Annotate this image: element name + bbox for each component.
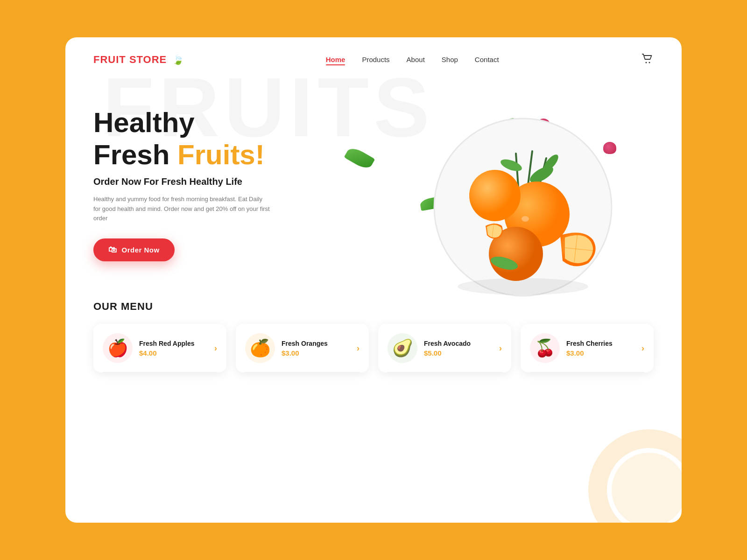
menu-card-img-apples: 🍎	[103, 333, 133, 363]
logo-leaf-icon: 🍃	[172, 54, 184, 65]
deco-circle	[588, 429, 682, 523]
menu-card-name-oranges: Fresh Oranges	[282, 340, 350, 347]
nav-link-contact[interactable]: Contact	[475, 56, 499, 63]
menu-card-name-avocado: Fresh Avocado	[424, 340, 493, 347]
hero-title-line2-black: Fresh	[93, 139, 177, 170]
hero-right	[317, 77, 654, 291]
navbar: FRUIT STORE 🍃 Home Products About Shop C…	[65, 37, 682, 67]
nav-item-contact[interactable]: Contact	[475, 56, 499, 64]
logo-text: FRUIT STORE	[93, 54, 167, 66]
svg-point-1	[649, 62, 650, 63]
svg-point-13	[469, 170, 521, 221]
bag-icon: 🛍	[108, 245, 117, 255]
nav-link-about[interactable]: About	[407, 56, 425, 63]
nav-item-about[interactable]: About	[407, 56, 425, 64]
nav-item-shop[interactable]: Shop	[442, 56, 458, 64]
svg-point-0	[646, 62, 647, 63]
plate-container	[425, 105, 630, 310]
menu-card-price-cherries: $3.00	[566, 349, 635, 357]
hero-description: Healthy and yummy food for fresh morning…	[93, 195, 271, 224]
nav-link-products[interactable]: Products	[362, 56, 389, 63]
logo-store: STORE	[126, 54, 167, 65]
leaf-decoration-1	[344, 145, 375, 171]
main-card: FRUITS FRUIT STORE 🍃 Home Products About…	[65, 37, 682, 523]
menu-card-info-cherries: Fresh Cherries $3.00	[566, 340, 635, 357]
arrow-icon-avocado[interactable]: ›	[499, 343, 502, 353]
logo-fruit: FRUIT	[93, 54, 126, 65]
nav-link-home[interactable]: Home	[326, 56, 345, 63]
arrow-icon-cherries[interactable]: ›	[641, 343, 644, 353]
arrow-icon-oranges[interactable]: ›	[357, 343, 359, 353]
logo[interactable]: FRUIT STORE 🍃	[93, 54, 184, 66]
nav-link-shop[interactable]: Shop	[442, 56, 458, 63]
menu-grid: 🍎 Fresh Red Apples $4.00 › 🍊 Fresh Orang…	[93, 324, 654, 372]
menu-card-info-avocado: Fresh Avocado $5.00	[424, 340, 493, 357]
svg-point-12	[521, 216, 529, 222]
menu-card-price-avocado: $5.00	[424, 349, 493, 357]
hero-title-orange: Fruits!	[177, 139, 265, 170]
order-now-button[interactable]: 🛍 Order Now	[93, 238, 175, 261]
menu-card-img-oranges: 🍊	[245, 333, 275, 363]
menu-card-name-cherries: Fresh Cherries	[566, 340, 635, 347]
menu-card-oranges[interactable]: 🍊 Fresh Oranges $3.00 ›	[236, 324, 369, 372]
hero-title-line1: Healthy	[93, 107, 195, 138]
nav-links: Home Products About Shop Contact	[326, 56, 499, 64]
menu-card-img-avocado: 🥑	[388, 333, 417, 363]
arrow-icon-apples[interactable]: ›	[214, 343, 217, 353]
menu-card-price-oranges: $3.00	[282, 349, 350, 357]
menu-card-cherries[interactable]: 🍒 Fresh Cherries $3.00 ›	[521, 324, 654, 372]
menu-section: OUR MENU 🍎 Fresh Red Apples $4.00 › 🍊 Fr…	[65, 291, 682, 391]
nav-item-home[interactable]: Home	[326, 56, 345, 64]
hero-title: Healthy Fresh Fruits!	[93, 106, 317, 171]
hero-left: Healthy Fresh Fruits! Order Now For Fres…	[93, 106, 317, 261]
menu-card-img-cherries: 🍒	[530, 333, 560, 363]
menu-card-avocado[interactable]: 🥑 Fresh Avocado $5.00 ›	[378, 324, 511, 372]
menu-card-info-oranges: Fresh Oranges $3.00	[282, 340, 350, 357]
menu-card-apples[interactable]: 🍎 Fresh Red Apples $4.00 ›	[93, 324, 226, 372]
menu-card-name-apples: Fresh Red Apples	[139, 340, 208, 347]
menu-card-info-apples: Fresh Red Apples $4.00	[139, 340, 208, 357]
menu-section-title: OUR MENU	[93, 301, 654, 313]
cart-icon[interactable]	[641, 52, 654, 67]
hero-subtitle: Order Now For Fresh Healthy Life	[93, 176, 317, 187]
nav-item-products[interactable]: Products	[362, 56, 389, 64]
order-btn-label: Order Now	[122, 246, 160, 254]
menu-card-price-apples: $4.00	[139, 349, 208, 357]
hero-section: Healthy Fresh Fruits! Order Now For Fres…	[65, 67, 682, 291]
